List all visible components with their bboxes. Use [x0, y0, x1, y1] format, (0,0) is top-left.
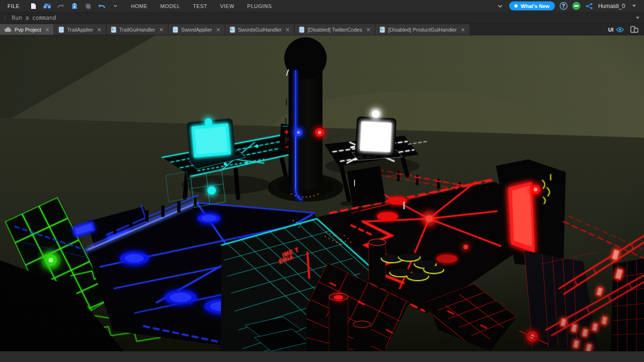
- close-icon[interactable]: ×: [97, 26, 102, 33]
- 3d-scene[interactable]: IME T ERIA: [0, 35, 644, 351]
- whats-new-button[interactable]: What's New: [509, 1, 554, 10]
- roblox-studio-window: FILE HOME: [0, 0, 644, 362]
- tab-label: SwordApplier: [181, 27, 212, 33]
- script-icon: [58, 26, 64, 33]
- copy-icon[interactable]: [84, 2, 92, 10]
- command-input[interactable]: [11, 12, 631, 24]
- script-icon: [299, 26, 305, 33]
- paste-icon[interactable]: [70, 2, 79, 10]
- document-tab-bar: Pvp Project × TrailApplier × TrailGuiHan…: [0, 24, 644, 35]
- redo-icon[interactable]: [57, 2, 65, 10]
- command-history-caret-icon[interactable]: [631, 16, 644, 19]
- main-menus: HOME MODEL TEST VIEW PLUGINS: [131, 3, 272, 9]
- username-caret-icon[interactable]: [630, 2, 638, 10]
- menu-view[interactable]: VIEW: [220, 3, 235, 9]
- local-script-icon: [230, 26, 235, 33]
- status-bar: [0, 351, 644, 362]
- tab-swordsguihandler[interactable]: SwordsGuiHandler ×: [225, 24, 295, 35]
- tab-twittercodes-disabled[interactable]: [Disabled] TwitterCodes ×: [295, 24, 375, 35]
- username-menu[interactable]: Humaidi_0: [598, 3, 625, 9]
- file-menu[interactable]: FILE: [8, 3, 20, 9]
- local-script-icon: [111, 26, 116, 33]
- vignette-overlay: [0, 35, 644, 351]
- toolbar-overflow-chevron-icon[interactable]: [111, 2, 120, 10]
- ui-toggle-label: UI: [608, 27, 613, 33]
- menu-bar-right: What's New ? Humaidi_0: [496, 1, 644, 10]
- whats-new-label: What's New: [520, 3, 549, 9]
- tab-label: TrailGuiHandler: [119, 27, 156, 33]
- 3d-viewport[interactable]: IME T ERIA: [0, 35, 644, 351]
- close-icon[interactable]: ×: [366, 26, 371, 33]
- tab-label: TrailApplier: [67, 27, 93, 33]
- menu-plugins[interactable]: PLUGINS: [247, 3, 272, 9]
- tab-trailguihandler[interactable]: TrailGuiHandler ×: [107, 24, 169, 35]
- close-icon[interactable]: ×: [159, 26, 164, 33]
- close-icon[interactable]: ×: [45, 26, 50, 33]
- ui-visibility-toggle[interactable]: UI: [608, 27, 624, 33]
- document-icon[interactable]: [29, 2, 38, 10]
- menu-test[interactable]: TEST: [193, 3, 207, 9]
- script-icon: [173, 26, 178, 33]
- menu-home[interactable]: HOME: [131, 3, 148, 9]
- quick-access-toolbar: [29, 2, 120, 10]
- close-icon[interactable]: ×: [461, 26, 465, 33]
- tab-bar-right: UI: [603, 24, 644, 35]
- share-icon[interactable]: [585, 2, 594, 10]
- tab-pvp-project[interactable]: Pvp Project ×: [0, 24, 54, 35]
- menu-model[interactable]: MODEL: [160, 3, 180, 9]
- cloud-icon: [4, 27, 12, 32]
- tab-trailapplier[interactable]: TrailApplier ×: [54, 24, 106, 35]
- close-icon[interactable]: ×: [216, 26, 221, 33]
- find-binoculars-icon[interactable]: [43, 2, 51, 10]
- screen-record-minus-icon[interactable]: [572, 2, 580, 10]
- tab-swordapplier[interactable]: SwordApplier ×: [168, 24, 225, 35]
- command-bar: ⋮: [0, 12, 644, 24]
- device-emulator-icon[interactable]: [630, 26, 638, 33]
- menu-bar: FILE HOME: [0, 0, 644, 12]
- tab-label: [Disabled] ProductGuiHandler: [388, 27, 457, 33]
- eye-icon: [616, 27, 624, 33]
- notification-dot-icon: [514, 4, 518, 8]
- tab-productguihandler-disabled[interactable]: [Disabled] ProductGuiHandler ×: [375, 24, 470, 35]
- undo-icon[interactable]: [98, 2, 106, 10]
- drag-handle-icon[interactable]: ⋮: [2, 15, 8, 21]
- local-script-icon: [380, 26, 385, 33]
- ribbon-collapse-chevron-icon[interactable]: [496, 2, 504, 10]
- close-icon[interactable]: ×: [285, 26, 290, 33]
- tab-label: [Disabled] TwitterCodes: [307, 27, 362, 33]
- tab-label: Pvp Project: [15, 27, 41, 33]
- help-icon[interactable]: ?: [560, 2, 568, 10]
- tab-label: SwordsGuiHandler: [238, 27, 281, 33]
